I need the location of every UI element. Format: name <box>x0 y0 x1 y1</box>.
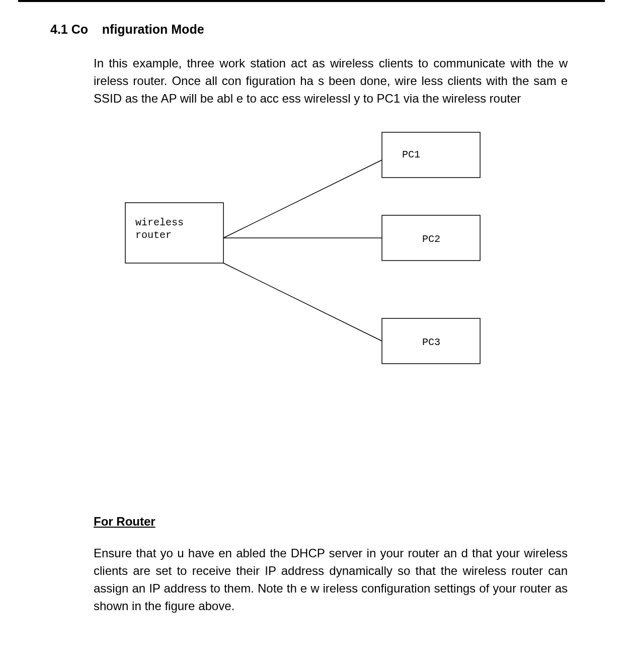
network-diagram: wireless router PC1 PC2 PC3 <box>50 127 573 374</box>
pc2-label: PC2 <box>422 233 440 245</box>
edge-router-pc1 <box>223 160 382 238</box>
router-label-line2: router <box>135 229 172 241</box>
section-heading: 4.1 Co nfiguration Mode <box>50 22 573 37</box>
intro-paragraph: In this example, three work station act … <box>94 55 568 107</box>
page-content: 4.1 Co nfiguration Mode In this example,… <box>0 2 623 665</box>
edge-router-pc3 <box>223 263 382 341</box>
for-router-subheading: For Router <box>94 515 573 529</box>
pc1-label: PC1 <box>402 149 420 160</box>
router-paragraph: Ensure that yo u have en abled the DHCP … <box>94 545 568 615</box>
router-label-line1: wireless <box>135 217 184 228</box>
pc1-node <box>382 132 480 178</box>
pc3-label: PC3 <box>422 337 440 348</box>
